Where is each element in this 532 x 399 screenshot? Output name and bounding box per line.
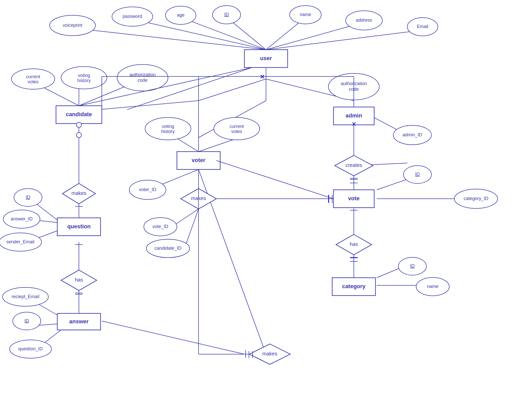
svg-line-1 xyxy=(132,19,266,50)
svg-point-22 xyxy=(76,132,81,138)
attr-password-label: password xyxy=(122,14,142,19)
attr-candidate-current-votes-label2: votes xyxy=(27,79,38,84)
rel-makes1-label: makes xyxy=(72,190,87,196)
svg-point-79 xyxy=(76,122,81,127)
svg-line-67 xyxy=(216,161,333,199)
svg-line-17 xyxy=(176,138,199,152)
entity-admin-label: admin xyxy=(346,112,362,119)
entity-candidate-label: candidate xyxy=(66,111,92,117)
rel-has1-label: has xyxy=(350,241,358,247)
attr-age-label: age xyxy=(177,12,185,18)
attr-admin-id-label: admin_ID xyxy=(402,132,422,138)
svg-line-35 xyxy=(377,178,410,190)
attr-question-id-label: ID xyxy=(26,195,30,200)
attr-category-name-label: name xyxy=(427,284,438,289)
attr-voter-voting-history-label2: history xyxy=(161,129,175,134)
attr-voter-current-votes-label: current xyxy=(230,124,244,129)
attr-category-id-label: ID xyxy=(410,263,415,269)
attr-answer-main-id-label: ID xyxy=(24,318,29,323)
attr-email-label: Email xyxy=(417,24,428,29)
attr-voter-voting-history-label: voting xyxy=(162,124,174,129)
entity-user-label: user xyxy=(260,55,272,61)
attr-candidate-current-votes-label: current xyxy=(26,74,40,79)
attr-candidate-voting-history-label: voting xyxy=(78,73,90,78)
attr-reciept-email-label: reciept_Email xyxy=(11,294,39,299)
entity-vote-label: vote xyxy=(348,195,359,202)
attr-user-id-label: ID xyxy=(224,12,229,17)
attr-candidate-voting-history-label2: history xyxy=(77,78,91,83)
svg-line-28 xyxy=(186,209,199,245)
attr-voter-id-label: voter_ID xyxy=(139,187,156,192)
attr-address-label: address xyxy=(356,18,372,23)
attr-question-id2-label: question_ID xyxy=(18,346,43,352)
crow-foot-x1: ✕ xyxy=(260,73,265,80)
svg-line-5 xyxy=(266,23,361,50)
attr-makes2-vote-id-label: vote_ID xyxy=(152,224,168,229)
svg-line-6 xyxy=(266,30,423,50)
entity-category-label: category xyxy=(342,283,366,289)
attr-vote-category-id-label: category_ID xyxy=(464,196,488,201)
svg-line-53 xyxy=(102,321,244,354)
attr-makes2-candidate-id-label: candidate_ID xyxy=(155,246,181,251)
svg-line-25 xyxy=(158,169,199,186)
attr-name-label: name xyxy=(300,12,311,17)
rel-has2-label: has xyxy=(75,277,83,283)
attr-answer-id-label: answer_ID xyxy=(11,216,33,222)
rel-creates-label: creates xyxy=(345,162,362,168)
crow-foot-x2: ✕ xyxy=(352,121,356,127)
svg-line-11 xyxy=(99,101,199,110)
rel-makes3-label: makes xyxy=(262,351,277,356)
attr-vote-id-label: ID xyxy=(415,172,420,177)
attr-voiceprint-label: voiceprint xyxy=(63,23,82,28)
entity-answer-label: answer xyxy=(69,318,89,325)
attr-candidate-auth-code-label2: code xyxy=(137,78,147,83)
attr-sender-email-label: sender_Email xyxy=(6,239,34,245)
entity-voter-label: voter xyxy=(192,157,205,163)
entity-question-label: question xyxy=(67,223,91,230)
attr-voter-current-votes-label2: votes xyxy=(231,129,242,134)
